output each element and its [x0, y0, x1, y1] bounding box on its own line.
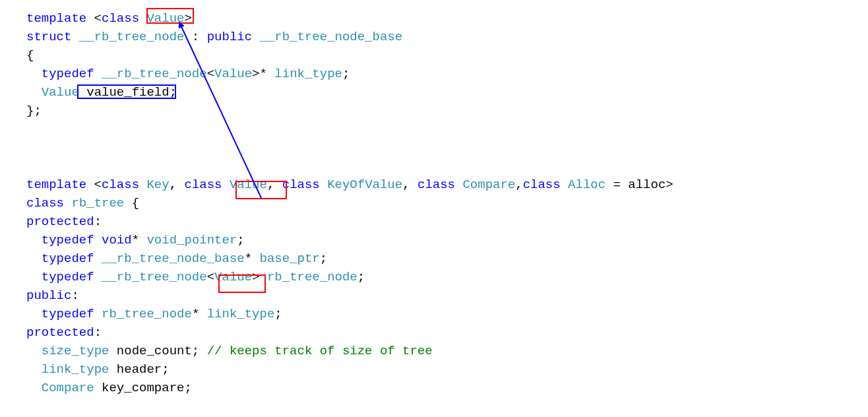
code-line: size_type node_count; // keeps track of … — [26, 344, 433, 358]
code-line: struct __rb_tree_node : public __rb_tree… — [26, 30, 402, 44]
code-line: typedef rb_tree_node* link_type; — [26, 307, 282, 321]
code-line: { — [26, 48, 34, 63]
code-line: typedef __rb_tree_node<Value>* link_type… — [26, 67, 350, 81]
code-line: }; — [26, 104, 42, 118]
code-line: Value value_field; — [26, 85, 177, 100]
code-line: template <class Key, class Value, class … — [26, 177, 673, 192]
code-line: public: — [26, 288, 79, 303]
code-line: Compare key_compare; — [26, 381, 192, 395]
code-line: template <class Value> — [26, 11, 192, 26]
code-line: protected: — [26, 325, 102, 340]
code-line: class rb_tree { — [26, 196, 139, 210]
code-line: typedef __rb_tree_node_base* base_ptr; — [26, 251, 327, 266]
code-line: protected: — [26, 214, 102, 229]
code-line: typedef __rb_tree_node<Value> rb_tree_no… — [26, 270, 365, 284]
code-line: link_type header; — [26, 362, 170, 377]
code-line: typedef void* void_pointer; — [26, 233, 245, 247]
code-block: template <class Value> struct __rb_tree_… — [26, 9, 673, 397]
